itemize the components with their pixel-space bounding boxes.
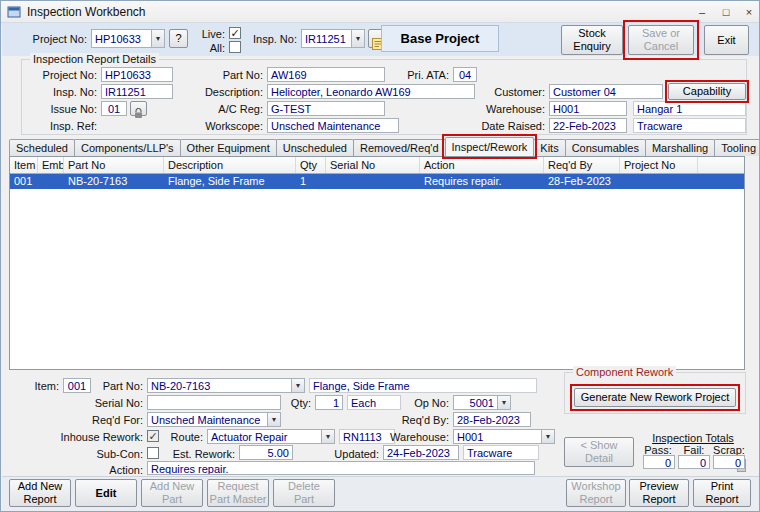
stock-enquiry-button[interactable]: Stock Enquiry — [561, 25, 623, 55]
column-header-project-no[interactable]: Project No — [620, 157, 698, 173]
insp-no-combobox[interactable]: IR11251 ▾ — [301, 29, 365, 48]
detail-reqd-by-field[interactable]: 28-Feb-2023 — [453, 412, 531, 427]
detail-unit-field: Each — [347, 395, 401, 410]
detail-warehouse-combobox[interactable]: H001 ▾ — [453, 429, 555, 444]
capability-button[interactable]: Capability — [668, 83, 746, 100]
rd-workscope-label: Workscope: — [197, 120, 263, 132]
subcon-checkbox[interactable] — [147, 447, 159, 459]
add-new-report-button[interactable]: Add New Report — [9, 479, 71, 507]
tab-kits[interactable]: Kits — [533, 139, 565, 156]
lock-icon — [134, 95, 143, 121]
detail-route-value: Actuator Repair — [211, 431, 287, 443]
tab-other-equipment[interactable]: Other Equipment — [180, 139, 277, 156]
tab-tooling[interactable]: Tooling — [714, 139, 760, 156]
detail-updated-field: 24-Feb-2023 — [383, 445, 459, 460]
column-header-serial-no[interactable]: Serial No — [326, 157, 420, 173]
tab-consumables[interactable]: Consumables — [565, 139, 646, 156]
detail-qty-field[interactable]: 1 — [315, 395, 343, 410]
tab-components-llps[interactable]: Components/LLP's — [74, 139, 181, 156]
all-label: All: — [191, 42, 225, 54]
issue-lock-button[interactable] — [130, 101, 147, 116]
column-header-action[interactable]: Action — [420, 157, 544, 173]
detail-serial-no-field[interactable] — [147, 395, 281, 410]
delete-part-button[interactable]: Delete Part — [273, 479, 335, 507]
tab-inspect-rework[interactable]: Inspect/Rework — [445, 137, 535, 156]
cell-description: Flange, Side Frame — [164, 174, 296, 189]
rd-issue-no-field[interactable]: 01 — [101, 101, 127, 116]
totals-scrap-field: 0 — [713, 455, 745, 469]
chevron-down-icon[interactable]: ▾ — [541, 430, 554, 443]
rd-customer-field[interactable]: Customer 04 — [549, 84, 663, 99]
rd-project-no-field[interactable]: HP10633 — [101, 67, 173, 82]
chevron-down-icon[interactable]: ▾ — [291, 379, 304, 392]
detail-updated-by-field: Tracware — [463, 445, 539, 460]
window-title: Inspection Workbench — [27, 5, 146, 19]
column-header-emb[interactable]: Emb — [38, 157, 64, 173]
detail-est-rework-field[interactable]: 5.00 — [239, 445, 293, 460]
rd-date-raised-field[interactable]: 22-Feb-2023 — [549, 118, 627, 133]
generate-rework-project-button[interactable]: Generate New Rework Project — [574, 388, 736, 407]
rd-warehouse-field[interactable]: H001 — [549, 101, 627, 116]
detail-part-no-label: Part No: — [97, 380, 143, 392]
column-header-part-no[interactable]: Part No — [64, 157, 164, 173]
exit-button[interactable]: Exit — [704, 25, 749, 55]
detail-action-label: Action: — [101, 464, 143, 476]
detail-reqd-for-combobox[interactable]: Unsched Maintenance ▾ — [147, 412, 281, 427]
inhouse-rework-checkbox[interactable]: ✓ — [147, 430, 159, 442]
close-button[interactable]: × — [739, 3, 759, 21]
cell-project-no — [620, 174, 698, 189]
chevron-down-icon[interactable]: ▾ — [151, 30, 164, 47]
preview-report-button[interactable]: Preview Report — [629, 479, 689, 507]
column-header-description[interactable]: Description — [164, 157, 296, 173]
grid-row[interactable]: 001 NB-20-7163 Flange, Side Frame 1 Requ… — [10, 174, 744, 189]
tab-scheduled[interactable]: Scheduled — [9, 139, 75, 156]
chevron-down-icon[interactable]: ▾ — [267, 413, 280, 426]
detail-item-field[interactable]: 001 — [63, 378, 91, 393]
tab-removed-reqd[interactable]: Removed/Req'd — [353, 139, 446, 156]
tab-unscheduled[interactable]: Unscheduled — [276, 139, 354, 156]
project-no-combobox[interactable]: HP10633 ▾ — [91, 29, 165, 48]
cell-reqd-by: 28-Feb-2023 — [544, 174, 620, 189]
detail-op-no-label: Op No: — [405, 397, 449, 409]
maximize-button[interactable]: □ — [715, 3, 737, 21]
print-report-button[interactable]: Print Report — [693, 479, 751, 507]
detail-subcon-label: Sub-Con: — [89, 448, 143, 460]
rd-part-no-field[interactable]: AW169 — [267, 67, 385, 82]
show-detail-button[interactable]: < Show Detail — [564, 437, 634, 467]
cell-emb — [38, 174, 64, 189]
project-no-label: Project No: — [23, 33, 87, 45]
detail-warehouse-value: H001 — [457, 431, 483, 443]
detail-serial-no-label: Serial No: — [81, 397, 143, 409]
rd-pri-ata-field[interactable]: 04 — [453, 67, 477, 82]
minimize-button[interactable]: – — [691, 3, 713, 21]
rd-pri-ata-label: Pri. ATA: — [399, 69, 449, 81]
rd-project-no-label: Project No: — [27, 69, 97, 81]
request-part-master-button[interactable]: Request Part Master — [207, 479, 269, 507]
cell-qty: 1 — [296, 174, 326, 189]
insp-no-label: Insp. No: — [239, 33, 297, 45]
detail-reqd-for-label: Req'd For: — [77, 414, 143, 426]
edit-button[interactable]: Edit — [75, 479, 137, 507]
column-header-qty[interactable]: Qty — [296, 157, 326, 173]
save-or-cancel-button[interactable]: Save or Cancel — [628, 25, 694, 55]
tab-marshalling[interactable]: Marshalling — [645, 139, 715, 156]
rd-ac-reg-field[interactable]: G-TEST — [267, 101, 385, 116]
title-bar[interactable]: Inspection Workbench – □ × — [1, 1, 759, 23]
chevron-down-icon[interactable]: ▾ — [497, 396, 510, 409]
detail-reqd-for-value: Unsched Maintenance — [151, 414, 260, 426]
add-new-part-button[interactable]: Add New Part — [141, 479, 203, 507]
chevron-down-icon[interactable]: ▾ — [351, 30, 364, 47]
detail-route-combobox[interactable]: Actuator Repair ▾ — [207, 429, 335, 444]
detail-action-field[interactable]: Requires repair. — [147, 461, 535, 475]
detail-part-no-combobox[interactable]: NB-20-7163 ▾ — [147, 378, 305, 393]
help-button[interactable]: ? — [169, 29, 188, 48]
rd-description-field[interactable]: Helicopter, Leonardo AW169 — [267, 84, 475, 99]
column-header-item[interactable]: Item — [10, 157, 38, 173]
column-header-reqd-by[interactable]: Req'd By — [544, 157, 620, 173]
cell-filler — [698, 174, 744, 189]
app-icon — [7, 5, 21, 23]
workshop-report-button[interactable]: Workshop Report — [566, 479, 626, 507]
rd-workscope-field[interactable]: Unsched Maintenance — [267, 118, 399, 133]
detail-op-no-combobox[interactable]: 5001 ▾ — [453, 395, 511, 410]
chevron-down-icon[interactable]: ▾ — [321, 430, 334, 443]
